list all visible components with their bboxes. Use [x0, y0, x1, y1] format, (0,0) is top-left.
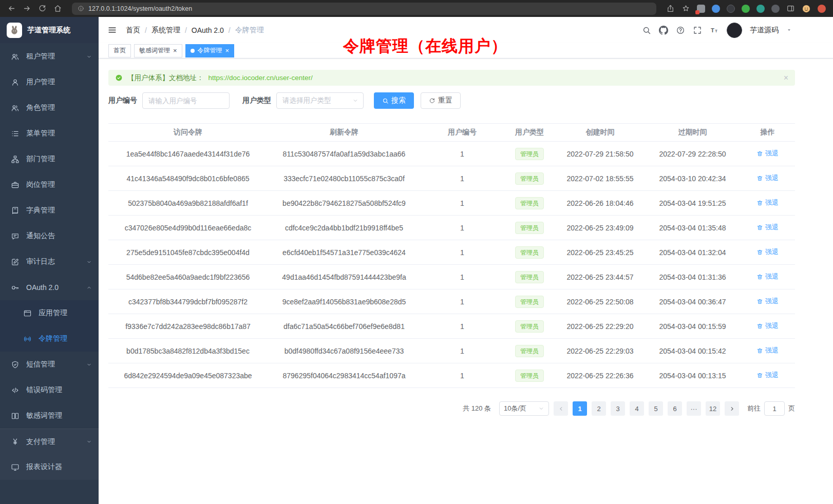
sidebar-item-audit-log[interactable]: 审计日志: [0, 249, 99, 275]
reload-icon[interactable]: [38, 4, 47, 13]
sidebar-item-report-designer[interactable]: 报表设计器: [0, 454, 99, 480]
profile-smiley-icon[interactable]: [802, 4, 811, 13]
help-icon[interactable]: [676, 26, 685, 35]
sidebar-item-user[interactable]: 用户管理: [0, 69, 99, 95]
tab-sensitive-word[interactable]: 敏感词管理×: [134, 44, 182, 57]
extension-icon-5[interactable]: [756, 5, 765, 13]
pagination-more[interactable]: ···: [687, 401, 701, 416]
side-panel-icon[interactable]: [786, 4, 795, 13]
share-icon[interactable]: [666, 4, 675, 13]
chevron-down-icon: [352, 98, 358, 104]
doc-link[interactable]: https://doc.iocoder.cn/user-center/: [209, 74, 313, 82]
page-size-select[interactable]: 10条/页: [499, 401, 549, 416]
user-id-label: 用户编号: [108, 96, 137, 105]
breadcrumb-system[interactable]: 系统管理: [152, 26, 180, 35]
sidebar-item-label: 部门管理: [26, 154, 92, 164]
sidebar-item-dept[interactable]: 部门管理: [0, 146, 99, 172]
pagination-page-3[interactable]: 3: [611, 401, 625, 416]
sidebar-item-tenant[interactable]: 租户管理: [0, 44, 99, 69]
sidebar-item-menu[interactable]: 菜单管理: [0, 121, 99, 146]
sidebar-item-role[interactable]: 角色管理: [0, 95, 99, 121]
briefcase-icon: [11, 181, 20, 189]
extension-icon-4[interactable]: [742, 5, 750, 13]
close-icon[interactable]: ×: [225, 47, 230, 54]
force-logout-button[interactable]: 强退: [756, 346, 779, 355]
alert-close-icon[interactable]: ×: [784, 74, 788, 82]
active-tab-dot: [191, 49, 195, 53]
user-avatar[interactable]: [727, 23, 742, 38]
pagination-page-5[interactable]: 5: [649, 401, 663, 416]
bookmark-star-icon[interactable]: [681, 4, 690, 13]
force-logout-button[interactable]: 强退: [756, 297, 779, 306]
pagination-page-2[interactable]: 2: [592, 401, 606, 416]
fullscreen-icon[interactable]: [693, 26, 702, 35]
forward-icon[interactable]: [23, 4, 31, 13]
github-icon[interactable]: [659, 26, 668, 35]
hamburger-icon[interactable]: [107, 25, 117, 35]
create-time-cell: 2022-06-25 23:49:09: [555, 216, 645, 240]
force-logout-button[interactable]: 强退: [756, 198, 779, 207]
sidebar-item-label: 短信管理: [26, 360, 80, 369]
user-id-input[interactable]: [142, 92, 230, 109]
annotation-text: 令牌管理（在线用户）: [343, 35, 507, 57]
force-logout-button[interactable]: 强退: [756, 223, 779, 232]
expire-time-cell: 2054-03-04 00:13:15: [645, 363, 740, 388]
pagination-page-1[interactable]: 1: [573, 401, 587, 416]
force-logout-button[interactable]: 强退: [756, 247, 779, 257]
caret-down-icon[interactable]: [786, 27, 792, 33]
extension-icon-2[interactable]: [712, 5, 720, 13]
monitor-icon: [11, 463, 20, 472]
user-name[interactable]: 芋道源码: [750, 26, 779, 35]
app-logo[interactable]: 芋道管理系统: [0, 17, 99, 43]
reset-button[interactable]: 重置: [421, 92, 461, 109]
sidebar-item-sms[interactable]: 短信管理: [0, 352, 99, 377]
sidebar-item-oauth2[interactable]: OAuth 2.0: [0, 275, 99, 300]
access-token-cell: b0d1785bc3a8482f812db4a3f3bd15ec: [108, 339, 268, 363]
tab-token[interactable]: 令牌管理×: [185, 44, 235, 57]
extension-icon-1[interactable]: [697, 5, 705, 13]
force-logout-button[interactable]: 强退: [756, 321, 779, 331]
force-logout-button[interactable]: 强退: [756, 272, 779, 281]
pagination-prev-button[interactable]: [554, 401, 568, 416]
sidebar-item-oauth2-app[interactable]: 应用管理: [0, 300, 99, 326]
force-logout-button[interactable]: 强退: [756, 149, 779, 158]
tab-home[interactable]: 首页: [108, 44, 131, 57]
pagination-page-6[interactable]: 6: [668, 401, 682, 416]
search-button[interactable]: 搜索: [374, 92, 414, 109]
refresh-token-cell: 333ecfc71e02480cb11055c875c3ca0f: [268, 166, 421, 191]
browser-avatar[interactable]: [818, 5, 826, 13]
url-bar[interactable]: 127.0.0.1:1024/system/oauth2/token: [72, 3, 656, 15]
sidebar-item-oauth2-token[interactable]: 令牌管理: [0, 326, 99, 352]
extension-icon-6[interactable]: [771, 5, 780, 13]
sidebar-item-dict[interactable]: 字典管理: [0, 198, 99, 223]
sidebar-item-label: 岗位管理: [26, 180, 92, 189]
search-icon[interactable]: [642, 26, 651, 35]
force-logout-button[interactable]: 强退: [756, 371, 779, 380]
font-size-icon[interactable]: [710, 26, 719, 35]
extension-icon-3[interactable]: [727, 5, 735, 13]
close-icon[interactable]: ×: [173, 47, 177, 54]
force-logout-button[interactable]: 强退: [756, 173, 779, 183]
user-type-select[interactable]: 请选择用户类型: [276, 92, 364, 109]
breadcrumb-home[interactable]: 首页: [126, 26, 140, 35]
shield-icon: [11, 360, 20, 369]
browser-chrome: 127.0.0.1:1024/system/oauth2/token: [0, 0, 833, 17]
breadcrumb-current: 令牌管理: [235, 26, 264, 35]
site-info-icon[interactable]: [78, 5, 84, 12]
pagination-next-button[interactable]: [725, 401, 739, 416]
breadcrumb-oauth2[interactable]: OAuth 2.0: [192, 26, 224, 34]
user-type-badge: 管理员: [515, 320, 544, 333]
sidebar-item-error-code[interactable]: 错误码管理: [0, 377, 99, 403]
sidebar-item-sensitive-word[interactable]: 敏感词管理: [0, 403, 99, 429]
col-access-token: 访问令牌: [108, 124, 268, 142]
expire-time-cell: 2054-03-10 20:42:34: [645, 166, 740, 191]
back-icon[interactable]: [7, 4, 16, 13]
pagination-page-4[interactable]: 4: [630, 401, 644, 416]
home-icon[interactable]: [53, 4, 62, 13]
sidebar-item-notice[interactable]: 通知公告: [0, 223, 99, 249]
sidebar-item-post[interactable]: 岗位管理: [0, 172, 99, 198]
sidebar-item-pay[interactable]: 支付管理: [0, 429, 99, 454]
goto-page-input[interactable]: [764, 401, 785, 416]
pagination-page-12[interactable]: 12: [706, 401, 720, 416]
create-time-cell: 2022-06-25 22:29:20: [555, 314, 645, 339]
